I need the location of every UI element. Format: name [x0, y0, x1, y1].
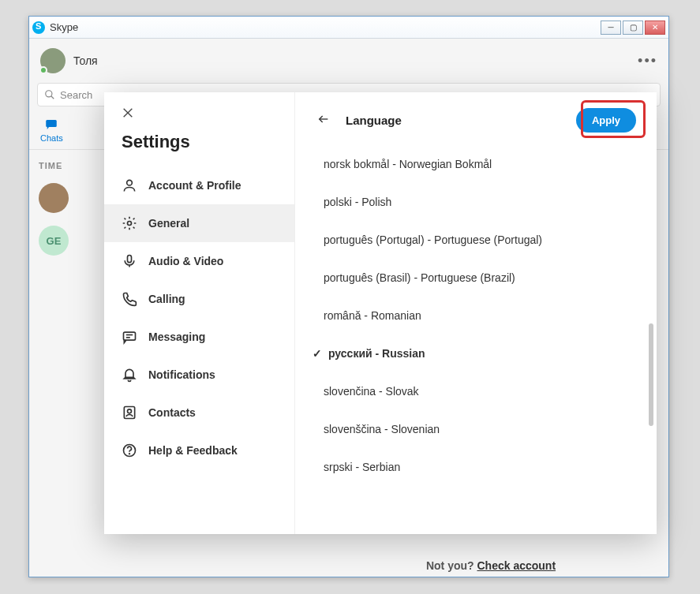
phone-icon: [122, 291, 137, 307]
language-option[interactable]: slovenščina - Slovenian: [301, 410, 657, 448]
tab-chats[interactable]: Chats: [29, 113, 74, 149]
footer-text: Not you? Check account: [313, 559, 668, 572]
presence-dot: [39, 66, 47, 74]
settings-item-messaging[interactable]: Messaging: [104, 318, 294, 356]
svg-point-14: [129, 454, 130, 454]
language-option[interactable]: norsk bokmål - Norwegian Bokmål: [301, 145, 657, 183]
check-account-link[interactable]: Check account: [477, 559, 556, 572]
svg-point-12: [128, 409, 132, 413]
gear-icon: [122, 215, 137, 231]
settings-item-contacts[interactable]: Contacts: [104, 394, 294, 431]
person-icon: [122, 177, 137, 193]
message-icon: [122, 329, 137, 345]
language-panel: Language Apply norsk bokmål - Norwegian …: [295, 92, 657, 534]
close-icon: [122, 106, 134, 119]
language-option[interactable]: slovenčina - Slovak: [301, 372, 657, 410]
language-title: Language: [346, 114, 402, 127]
skype-icon: [32, 21, 45, 34]
titlebar: Skype ─ ▢ ✕: [29, 17, 668, 39]
search-placeholder: Search: [60, 89, 92, 101]
svg-point-5: [127, 180, 133, 185]
svg-rect-2: [47, 120, 58, 127]
language-header: Language Apply: [295, 92, 657, 142]
minimize-button[interactable]: ─: [601, 21, 621, 35]
svg-rect-7: [128, 256, 132, 263]
scrollbar-thumb[interactable]: [649, 323, 653, 426]
back-button[interactable]: [316, 113, 331, 129]
settings-item-audio-video[interactable]: Audio & Video: [104, 242, 294, 280]
more-icon[interactable]: •••: [638, 53, 657, 69]
svg-line-1: [51, 96, 54, 99]
language-option[interactable]: polski - Polish: [301, 183, 657, 221]
search-icon: [44, 89, 55, 100]
language-option[interactable]: português (Portugal) - Portuguese (Portu…: [301, 221, 657, 259]
microphone-icon: [122, 253, 137, 269]
contact-avatar-initials: GE: [39, 226, 69, 256]
language-option[interactable]: română - Romanian: [301, 297, 657, 334]
settings-title: Settings: [104, 129, 294, 166]
arrow-left-icon: [316, 113, 331, 125]
language-option[interactable]: srpski - Serbian: [301, 448, 657, 486]
window-title: Skype: [50, 21, 78, 33]
settings-modal: Settings Account & Profile General Audio…: [104, 92, 657, 534]
settings-item-general[interactable]: General: [104, 204, 294, 242]
contacts-icon: [122, 405, 137, 420]
contact-avatar: [39, 183, 69, 213]
language-option[interactable]: português (Brasil) - Portuguese (Brazil): [301, 259, 657, 297]
close-settings-button[interactable]: [104, 92, 294, 129]
close-window-button[interactable]: ✕: [645, 21, 665, 35]
user-name: Толя: [73, 54, 98, 67]
svg-point-6: [128, 222, 132, 226]
settings-item-account[interactable]: Account & Profile: [104, 166, 294, 204]
bell-icon: [122, 367, 137, 383]
help-icon: [122, 443, 137, 458]
apply-button[interactable]: Apply: [576, 108, 636, 133]
profile-header: Толя •••: [29, 39, 668, 83]
settings-item-calling[interactable]: Calling: [104, 280, 294, 318]
settings-item-help[interactable]: Help & Feedback: [104, 431, 294, 469]
settings-item-notifications[interactable]: Notifications: [104, 356, 294, 394]
app-window: Skype ─ ▢ ✕ Толя ••• Search Chats TIME G…: [28, 16, 669, 577]
maximize-button[interactable]: ▢: [623, 21, 643, 35]
svg-point-0: [46, 91, 52, 97]
svg-rect-8: [124, 332, 136, 340]
chat-icon: [43, 118, 59, 132]
language-list[interactable]: norsk bokmål - Norwegian Bokmål polski -…: [295, 142, 657, 534]
avatar[interactable]: [40, 48, 66, 73]
settings-sidebar: Settings Account & Profile General Audio…: [104, 92, 295, 534]
language-option-selected[interactable]: русский - Russian: [301, 334, 657, 372]
